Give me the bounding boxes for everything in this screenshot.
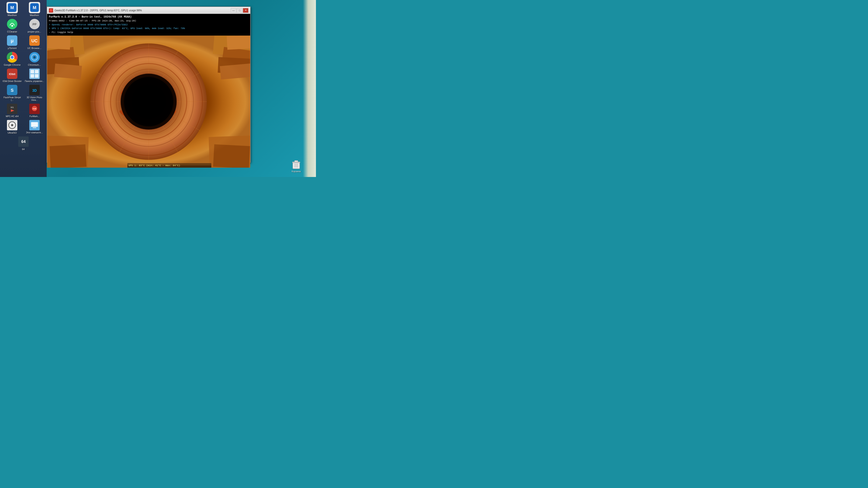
- svg-rect-36: [31, 122, 38, 127]
- icon-row-4: Google Chrome Chromium...: [0, 51, 46, 67]
- icon-label-maxthon1: Maxthon: [8, 14, 17, 17]
- icon-row-7: 321 MPC-HC x64 FUR FurMark...: [0, 102, 46, 119]
- svg-text:3D: 3D: [32, 89, 37, 92]
- desktop-icon-utorrent[interactable]: μ μTorrent: [2, 35, 22, 50]
- icon-row-1: M Maxthon M Maxthon: [0, 1, 46, 18]
- desktop-icon-chrome[interactable]: Google Chrome: [2, 52, 22, 66]
- svg-text:S: S: [11, 88, 14, 93]
- window-titlebar: 🔴 Geeks3D FurMark v.1.37.2.0 - 20FPS, GP…: [47, 7, 250, 14]
- desktop-icon-iobit[interactable]: IObit IObit Driver Booster: [2, 68, 22, 83]
- desktop-icon-64[interactable]: 64 64: [14, 136, 33, 151]
- desktop: M Maxthon M Maxthon CCleaner PP: [0, 0, 316, 177]
- icon-label-chrome: Google Chrome: [4, 64, 21, 66]
- icon-label-furmark: FurMark...: [30, 115, 39, 118]
- icon-label-chromium: Chromium...: [28, 64, 41, 66]
- info-header: FurMark v.1.37.2.0 - Burn-in test, 1024x…: [49, 15, 248, 19]
- icon-label-iobit: IObit Driver Booster: [3, 80, 22, 83]
- icon-label-utorrent: μTorrent: [8, 47, 17, 50]
- svg-text:M: M: [10, 5, 14, 10]
- info-gpu: > GPU 1 (NVIDIA GeForce 9800 GTX/9800 GT…: [49, 27, 248, 31]
- desktop-icon-chromium[interactable]: Chromium...: [25, 52, 44, 66]
- icon-label-maxthon2: Maxthon: [30, 14, 39, 17]
- svg-text:64: 64: [21, 139, 25, 144]
- icon-row-8: UltraISO Этот компьюте...: [0, 119, 46, 135]
- maximize-button[interactable]: □: [237, 8, 242, 13]
- icon-label-mycomputer: Этот компьюте...: [26, 131, 43, 134]
- desktop-icon-mycomputer[interactable]: Этот компьюте...: [25, 120, 44, 134]
- window-controls: — □ ✕: [231, 8, 248, 13]
- icon-row-3: μ μTorrent UC UC Browse...: [0, 34, 46, 51]
- desktop-icon-mpchc[interactable]: 321 MPC-HC x64: [2, 103, 22, 118]
- icon-row-2: CCleaner PP proper-pos...: [0, 18, 46, 34]
- info-opengl: > OpenGL renderer: GeForce 9800 GTX/9800…: [49, 23, 248, 27]
- window-border-right: [303, 0, 316, 177]
- desktop-icon-3dvision[interactable]: 3D 3D Vision Photo View...: [25, 85, 44, 101]
- svg-rect-48: [227, 36, 250, 50]
- svg-rect-19: [35, 70, 38, 73]
- desktop-icon-ultraiso[interactable]: UltraISO: [2, 120, 22, 134]
- furmark-info-panel: FurMark v.1.37.2.0 - Burn-in test, 1024x…: [47, 14, 250, 36]
- info-frames: Frames:8662 - time:00:07:15 - FPS:20 (mi…: [49, 19, 248, 23]
- benchmark-display: GPU 1: 83°C (min: 41°C - max: 84°C) FURM…: [47, 36, 250, 168]
- desktop-icon-furmark-icon[interactable]: FUR FurMark...: [25, 103, 44, 118]
- furmark-window-icon: 🔴: [49, 8, 53, 12]
- close-button[interactable]: ✕: [243, 8, 248, 13]
- icon-label-ccleaner: CCleaner: [7, 30, 17, 33]
- desktop-icon-maxthon1[interactable]: M Maxthon: [2, 2, 22, 17]
- svg-text:GPU 1: 83°C (min: 41°C - max: : GPU 1: 83°C (min: 41°C - max: 84°C): [128, 164, 180, 167]
- svg-point-4: [7, 19, 18, 29]
- eye-visualization: GPU 1: 83°C (min: 41°C - max: 84°C) FURM…: [47, 36, 250, 168]
- icon-label-properpos: proper-pos...: [28, 30, 41, 33]
- icon-label-panel: Панель управлен...: [25, 80, 44, 83]
- recycle-bin-label: Корзина: [292, 170, 301, 173]
- minimize-button[interactable]: —: [231, 8, 236, 13]
- desktop-icon-panel[interactable]: Панель управлен...: [25, 68, 44, 83]
- recycle-bin[interactable]: Корзина: [290, 159, 302, 173]
- svg-text:FUR: FUR: [33, 108, 36, 110]
- icon-label-64: 64: [22, 148, 25, 151]
- desktop-icon-maxthon2[interactable]: M Maxthon: [25, 2, 44, 17]
- desktop-icon-flashpeak[interactable]: S FlashPeak Slimjet (...: [2, 85, 22, 101]
- svg-text:IObit: IObit: [9, 72, 16, 76]
- furmark-window: 🔴 Geeks3D FurMark v.1.37.2.0 - 20FPS, GP…: [46, 6, 251, 163]
- svg-rect-18: [31, 70, 34, 73]
- svg-point-5: [11, 25, 13, 27]
- svg-text:μ: μ: [11, 38, 14, 43]
- recycle-bin-icon: [290, 159, 302, 170]
- icon-label-flashpeak: FlashPeak Slimjet (...: [2, 96, 22, 101]
- svg-text:PP: PP: [32, 23, 36, 26]
- svg-rect-45: [54, 63, 82, 79]
- icon-label-3dvision: 3D Vision Photo View...: [25, 96, 44, 101]
- svg-point-77: [124, 77, 173, 126]
- svg-rect-52: [50, 144, 86, 167]
- svg-rect-54: [213, 144, 250, 167]
- svg-point-34: [11, 124, 13, 126]
- svg-rect-26: [7, 104, 18, 114]
- svg-point-14: [33, 56, 36, 59]
- icon-label-ultraiso: UltraISO: [8, 131, 17, 134]
- desktop-icon-ccleaner[interactable]: CCleaner: [2, 19, 22, 33]
- icon-row-5: IObit IObit Driver Booster Панель управл…: [0, 67, 46, 84]
- svg-rect-89: [294, 161, 298, 162]
- svg-rect-21: [35, 74, 38, 78]
- svg-text:321: 321: [11, 106, 14, 108]
- desktop-icon-ucbrowser[interactable]: UC UC Browse...: [25, 35, 44, 50]
- icon-label-mpchc: MPC-HC x64: [6, 115, 19, 118]
- svg-rect-43: [48, 36, 70, 50]
- info-help: - F1: toggle help: [49, 31, 248, 34]
- window-title: Geeks3D FurMark v.1.37.2.0 - 20FPS, GPU1…: [55, 9, 231, 12]
- desktop-icon-properpos[interactable]: PP proper-pos...: [25, 19, 44, 33]
- svg-text:M: M: [33, 5, 36, 10]
- svg-rect-37: [33, 127, 36, 128]
- svg-rect-20: [31, 74, 34, 78]
- desktop-icon-bar: M Maxthon M Maxthon CCleaner PP: [0, 0, 46, 177]
- icon-row-6: S FlashPeak Slimjet (... 3D 3D Vision Ph…: [0, 84, 46, 102]
- icon-row-9: 64 64: [0, 135, 46, 152]
- svg-text:UC: UC: [31, 38, 37, 43]
- icon-label-ucbrowser: UC Browse...: [27, 47, 41, 50]
